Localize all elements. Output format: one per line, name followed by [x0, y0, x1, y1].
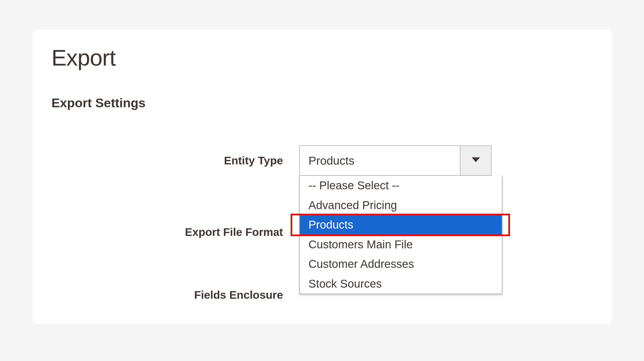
chevron-down-icon — [472, 157, 480, 164]
entity-type-option-advanced-pricing[interactable]: Advanced Pricing — [300, 196, 502, 215]
entity-type-option-stock-sources[interactable]: Stock Sources — [300, 274, 502, 294]
svg-marker-0 — [472, 157, 480, 162]
entity-type-label: Entity Type — [51, 154, 299, 167]
entity-type-row: Entity Type Products -- Please Select --… — [51, 145, 593, 176]
form-rows: Entity Type Products -- Please Select --… — [51, 145, 593, 301]
section-title: Export Settings — [51, 95, 593, 110]
entity-type-option-products[interactable]: Products — [300, 215, 502, 235]
entity-type-option-please-select[interactable]: -- Please Select -- — [300, 176, 502, 196]
entity-type-option-customers-main-file[interactable]: Customers Main File — [300, 235, 502, 255]
entity-type-select[interactable]: Products — [299, 145, 492, 176]
page-title: Export — [51, 45, 593, 71]
fields-enclosure-label: Fields Enclosure — [51, 289, 299, 301]
option-label: Products — [308, 218, 353, 231]
entity-type-option-customer-addresses[interactable]: Customer Addresses — [300, 254, 502, 274]
entity-type-dropdown: -- Please Select -- Advanced Pricing Pro… — [299, 176, 502, 294]
export-file-format-label: Export File Format — [51, 226, 299, 239]
entity-type-selected-value: Products — [300, 154, 460, 167]
entity-type-select-wrapper: Products -- Please Select -- Advanced Pr… — [299, 145, 492, 176]
entity-type-dropdown-button[interactable] — [460, 146, 491, 175]
export-card: Export Export Settings Entity Type Produ… — [32, 30, 612, 324]
